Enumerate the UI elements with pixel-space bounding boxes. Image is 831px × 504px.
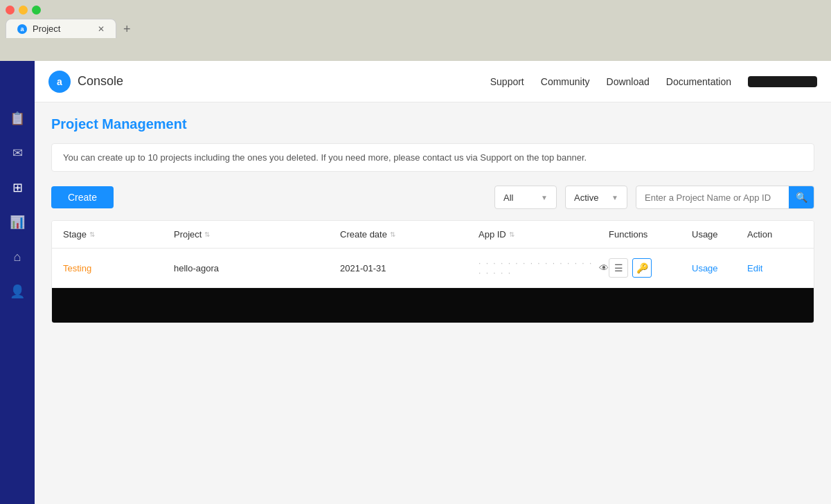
top-nav: a Console Support Community Download Doc… <box>35 61 831 102</box>
close-window-button[interactable] <box>6 6 15 15</box>
col-header-create-date: Create date ⇅ <box>340 229 479 240</box>
col-header-app-id: App ID ⇅ <box>479 229 609 240</box>
cell-create-date: 2021-01-31 <box>340 263 479 273</box>
black-bar-row <box>52 288 814 323</box>
title-bar <box>6 6 825 15</box>
table-header: Stage ⇅ Project ⇅ Create date ⇅ App ID ⇅… <box>52 221 814 249</box>
sidebar-item-layers[interactable]: ⊞ <box>0 172 35 204</box>
filter-status-label: Active <box>574 192 598 203</box>
col-header-project: Project ⇅ <box>174 229 340 240</box>
tab-favicon: a <box>17 24 27 34</box>
col-header-functions: Functions <box>609 229 692 240</box>
sidebar: 📋 ✉ ⊞ 📊 ⌂ 👤 <box>0 61 35 504</box>
search-box: 🔍 <box>636 186 814 209</box>
maximize-window-button[interactable] <box>32 6 41 15</box>
analytics-icon: 📊 <box>10 215 25 230</box>
browser-chrome: a Project ✕ + <box>0 0 831 61</box>
col-header-action: Action <box>747 229 803 240</box>
sidebar-item-documents[interactable]: 📋 <box>0 102 35 134</box>
minimize-window-button[interactable] <box>19 6 28 15</box>
cell-stage[interactable]: Testing <box>63 263 174 273</box>
console-label: Console <box>78 74 123 89</box>
key-icon: 🔑 <box>636 262 648 273</box>
sort-icon: ⇅ <box>509 231 515 238</box>
function-list-icon[interactable]: ☰ <box>609 258 628 278</box>
toolbar: Create All ▼ Active ▼ 🔍 <box>51 186 814 209</box>
col-header-stage: Stage ⇅ <box>63 229 174 240</box>
sidebar-item-home[interactable]: ⌂ <box>0 241 35 273</box>
sort-icon: ⇅ <box>89 231 95 238</box>
browser-tab[interactable]: a Project ✕ <box>6 19 116 38</box>
tab-title: Project <box>33 24 60 34</box>
eye-icon: 👁 <box>599 262 609 273</box>
sort-icon: ⇅ <box>204 231 210 238</box>
app-id-masked: · · · · · · · · · · · · · · · · · · · · … <box>479 258 593 278</box>
cell-app-id: · · · · · · · · · · · · · · · · · · · · … <box>479 258 609 278</box>
toggle-app-id-button[interactable]: 👁 <box>599 262 609 273</box>
search-button[interactable]: 🔍 <box>789 186 814 209</box>
sidebar-item-analytics[interactable]: 📊 <box>0 206 35 238</box>
tabs-bar: a Project ✕ + <box>6 19 825 38</box>
filter-all-label: All <box>503 192 513 203</box>
project-table: Stage ⇅ Project ⇅ Create date ⇅ App ID ⇅… <box>51 220 814 323</box>
new-tab-button[interactable]: + <box>119 21 135 38</box>
sort-icon: ⇅ <box>390 231 395 238</box>
filter-all-dropdown[interactable]: All ▼ <box>494 186 557 209</box>
function-key-icon[interactable]: 🔑 <box>632 258 652 278</box>
app-id-cell: · · · · · · · · · · · · · · · · · · · · … <box>479 258 609 278</box>
col-header-usage: Usage <box>692 229 747 240</box>
layers-icon: ⊞ <box>12 180 23 195</box>
sidebar-item-user[interactable]: 👤 <box>0 276 35 307</box>
documents-icon: 📋 <box>10 111 25 126</box>
info-banner: You can create up to 10 projects includi… <box>51 143 814 172</box>
create-button[interactable]: Create <box>51 186 114 208</box>
cell-usage[interactable]: Usage <box>692 263 747 273</box>
app-layout: a Console Support Community Download Doc… <box>0 86 831 504</box>
chevron-down-icon: ▼ <box>611 194 618 201</box>
cell-project: hello-agora <box>174 263 340 273</box>
cell-functions: ☰ 🔑 <box>609 258 692 278</box>
tab-close-icon[interactable]: ✕ <box>98 24 105 34</box>
window-controls <box>6 6 41 15</box>
filter-status-dropdown[interactable]: Active ▼ <box>565 186 627 209</box>
table-row: Testing hello-agora 2021-01-31 · · · · ·… <box>52 249 814 288</box>
home-icon: ⌂ <box>14 250 21 264</box>
search-icon: 🔍 <box>796 192 807 203</box>
list-icon: ☰ <box>614 262 623 273</box>
sidebar-item-messages[interactable]: ✉ <box>0 137 35 169</box>
user-icon: 👤 <box>10 284 25 299</box>
functions-cell: ☰ 🔑 <box>609 258 692 278</box>
logo-area: a Console <box>48 71 123 93</box>
download-link[interactable]: Download <box>607 76 650 87</box>
cell-edit[interactable]: Edit <box>747 263 803 273</box>
page-title: Project Management <box>51 116 814 132</box>
chevron-down-icon: ▼ <box>541 194 548 201</box>
documentation-link[interactable]: Documentation <box>666 76 731 87</box>
agora-logo: a <box>48 71 71 93</box>
top-nav-links: Support Community Download Documentation <box>490 76 817 87</box>
cta-button[interactable] <box>748 76 817 87</box>
search-input[interactable] <box>636 188 789 207</box>
support-link[interactable]: Support <box>490 76 524 87</box>
community-link[interactable]: Community <box>541 76 590 87</box>
messages-icon: ✉ <box>12 145 23 161</box>
main-content: Project Management You can create up to … <box>35 102 831 504</box>
